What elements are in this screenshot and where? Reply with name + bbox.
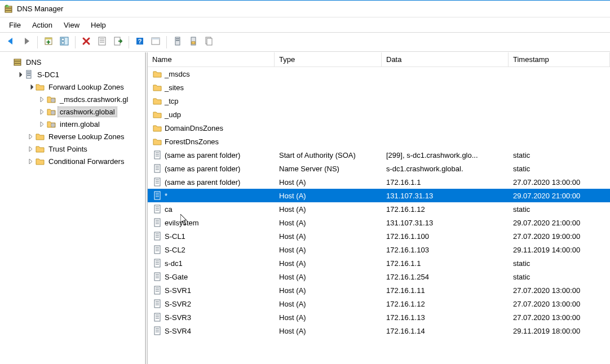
toolbar-delete-button[interactable] <box>79 35 94 50</box>
cell-name: S-SVR3 <box>165 313 191 322</box>
list-row[interactable]: (same as parent folder) Start of Authori… <box>148 148 610 162</box>
chevron-down-icon[interactable] <box>15 70 24 79</box>
list-row[interactable]: S-SVR3 Host (A) 172.16.1.13 27.07.2020 1… <box>148 310 610 324</box>
list-row[interactable]: ForestDnsZones <box>148 135 610 148</box>
cell-name: (same as parent folder) <box>165 178 240 187</box>
zone-icon <box>46 94 56 104</box>
cell-type: Host (A) <box>275 178 382 187</box>
svg-rect-75 <box>154 259 160 267</box>
list-row[interactable]: S-CL1 Host (A) 172.16.1.100 27.07.2020 1… <box>148 229 610 243</box>
toolbar-zone-button[interactable] <box>186 35 201 50</box>
cell-name: S-SVR2 <box>165 300 191 308</box>
cell-type: Host (A) <box>275 286 382 295</box>
record-icon <box>152 272 162 281</box>
toolbar-export-button[interactable] <box>110 35 125 50</box>
tree-item[interactable]: S-DC1 <box>0 68 145 81</box>
svg-rect-19 <box>152 38 160 39</box>
toolbar-back-button[interactable] <box>3 35 18 50</box>
toolbar-help-button[interactable]: ? <box>132 35 147 50</box>
column-header-type[interactable]: Type <box>275 52 382 66</box>
list-row[interactable]: _udp <box>148 108 610 121</box>
tree-item[interactable]: _msdcs.crashwork.gl <box>0 93 145 105</box>
toolbar-new-window-button[interactable]: ✚ <box>41 35 56 50</box>
list-row[interactable]: _sites <box>148 81 610 94</box>
list-row[interactable]: DomainDnsZones <box>148 121 610 135</box>
column-header-timestamp[interactable]: Timestamp <box>509 52 610 66</box>
cell-type: Host (A) <box>275 259 382 268</box>
toolbar-forward-button[interactable] <box>19 35 34 50</box>
tree-item[interactable]: crashwork.global <box>0 105 145 118</box>
menu-item-view[interactable]: View <box>58 19 85 31</box>
tree-item[interactable]: Conditional Forwarders <box>0 155 145 167</box>
cell-data: 172.16.1.103 <box>382 246 509 254</box>
list-row[interactable]: S-CL2 Host (A) 172.16.1.103 29.11.2019 1… <box>148 243 610 256</box>
cell-timestamp: static <box>509 273 610 281</box>
list-row[interactable]: evilsystem Host (A) 131.107.31.13 29.07.… <box>148 216 610 229</box>
cell-name: DomainDnsZones <box>165 124 223 132</box>
tree-item[interactable]: Forward Lookup Zones <box>0 81 145 93</box>
svg-rect-32 <box>27 73 30 74</box>
chevron-right-icon[interactable] <box>37 95 46 104</box>
toolbar-records-button[interactable] <box>202 35 216 50</box>
toolbar-new-container-button[interactable] <box>57 35 72 50</box>
chevron-down-icon[interactable] <box>26 82 35 91</box>
cell-name: _tcp <box>165 97 179 105</box>
chevron-right-icon[interactable] <box>26 132 35 141</box>
svg-rect-83 <box>154 286 160 294</box>
svg-rect-95 <box>154 327 160 335</box>
chevron-right-icon[interactable] <box>26 144 35 153</box>
svg-rect-22 <box>176 40 179 41</box>
svg-rect-51 <box>154 178 160 186</box>
twisty-placeholder <box>3 57 12 66</box>
column-header-name[interactable]: Name <box>148 52 275 66</box>
svg-rect-11 <box>99 37 105 45</box>
tree-pane[interactable]: DNSS-DC1Forward Lookup Zones_msdcs.crash… <box>0 52 145 364</box>
menu-item-help[interactable]: Help <box>85 19 112 31</box>
list-row[interactable]: s-dc1 Host (A) 172.16.1.1 static <box>148 256 610 270</box>
svg-rect-2 <box>5 11 12 12</box>
list-row[interactable]: S-Gate Host (A) 172.16.1.254 static <box>148 270 610 283</box>
chevron-right-icon[interactable] <box>26 157 35 166</box>
list-row[interactable]: S-SVR1 Host (A) 172.16.1.11 27.07.2020 1… <box>148 283 610 297</box>
cell-type: Host (A) <box>275 313 382 322</box>
app-icon <box>3 4 14 14</box>
toolbar-server-button[interactable] <box>170 35 185 50</box>
tree-item[interactable]: DNS <box>0 56 145 68</box>
list-row[interactable]: _msdcs <box>148 67 610 81</box>
chevron-right-icon[interactable] <box>37 107 46 116</box>
list-row[interactable]: S-SVR2 Host (A) 172.16.1.12 27.07.2020 1… <box>148 297 610 310</box>
cell-type: Host (A) <box>275 219 382 227</box>
zone-icon <box>46 119 56 129</box>
cell-name: evilsystem <box>165 219 199 227</box>
list-row[interactable]: * Host (A) 131.107.31.13 29.07.2020 21:0… <box>148 189 610 202</box>
tree-item[interactable]: intern.global <box>0 118 145 130</box>
svg-rect-29 <box>14 64 21 65</box>
tree-item[interactable]: Reverse Lookup Zones <box>0 130 145 143</box>
tree-item-label: Conditional Forwarders <box>47 157 126 166</box>
list-row[interactable]: _tcp <box>148 94 610 108</box>
svg-rect-9 <box>61 38 64 41</box>
cell-name: S-CL2 <box>165 246 185 254</box>
menu-item-file[interactable]: File <box>3 19 26 31</box>
export-icon <box>113 36 123 48</box>
menu-item-action[interactable]: Action <box>26 19 58 31</box>
cell-name: S-CL1 <box>165 232 185 241</box>
cell-type: Host (A) <box>275 205 382 214</box>
zone-icon <box>46 106 56 117</box>
list-row[interactable]: ca Host (A) 172.16.1.12 static <box>148 202 610 216</box>
cell-type: Host (A) <box>275 327 382 335</box>
cell-name: S-SVR4 <box>165 327 191 335</box>
toolbar-columns-button[interactable] <box>148 35 163 50</box>
folder-icon <box>35 131 45 141</box>
list-row[interactable]: (same as parent folder) Host (A) 172.16.… <box>148 175 610 189</box>
cell-timestamp: 27.07.2020 13:00:00 <box>509 286 610 295</box>
tree-item[interactable]: Trust Points <box>0 143 145 155</box>
folder-icon <box>35 156 45 166</box>
list-row[interactable]: S-SVR4 Host (A) 172.16.1.14 29.11.2019 1… <box>148 324 610 338</box>
chevron-right-icon[interactable] <box>37 119 46 128</box>
list-row[interactable]: (same as parent folder) Name Server (NS)… <box>148 162 610 175</box>
cell-type: Host (A) <box>275 192 382 200</box>
column-header-data[interactable]: Data <box>382 52 509 66</box>
toolbar-properties-button[interactable] <box>95 35 109 50</box>
list-pane[interactable]: Name Type Data Timestamp _msdcs _sites _… <box>148 52 610 364</box>
